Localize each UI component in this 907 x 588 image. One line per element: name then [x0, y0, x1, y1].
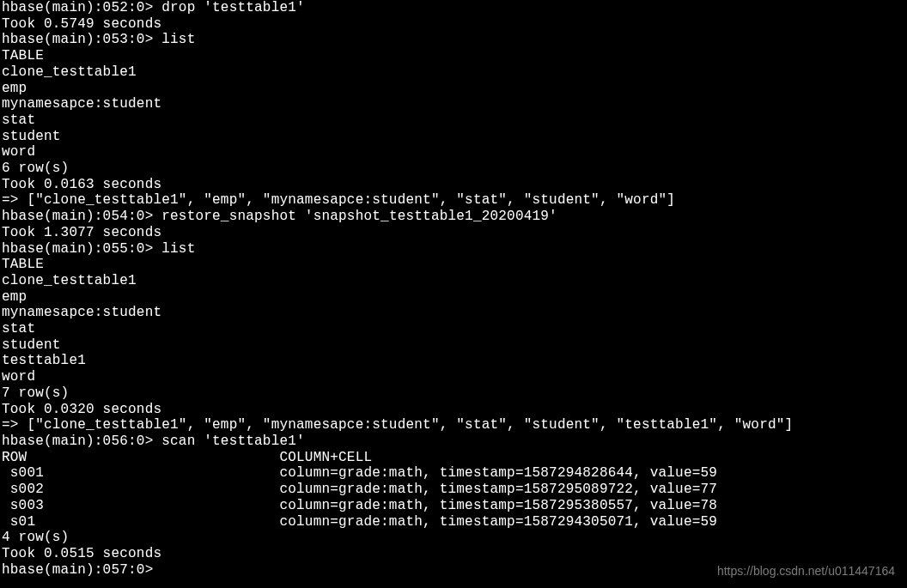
shell-command: list — [153, 32, 195, 47]
shell-output-text: mynamesapce:student — [2, 96, 161, 112]
shell-output-text: word — [2, 369, 35, 385]
output-line: s003 column=grade:math, timestamp=158729… — [2, 498, 905, 514]
output-line: Took 1.3077 seconds — [2, 225, 905, 241]
output-line: emp — [2, 81, 905, 97]
shell-output-text: s001 column=grade:math, timestamp=158729… — [2, 465, 717, 481]
output-line: TABLE — [2, 48, 905, 64]
output-line: testtable1 — [2, 353, 905, 369]
shell-output-text: clone_testtable1 — [2, 273, 137, 288]
shell-output-text: => ["clone_testtable1", "emp", "mynamesa… — [2, 417, 793, 433]
shell-prompt: hbase(main):056:0> — [2, 433, 153, 449]
terminal-output[interactable]: hbase(main):052:0> drop 'testtable1'Took… — [0, 0, 907, 578]
shell-output-text: Took 0.5749 seconds — [2, 16, 161, 32]
output-line: word — [2, 369, 905, 385]
prompt-line: hbase(main):056:0> scan 'testtable1' — [2, 433, 905, 450]
output-line: ROW COLUMN+CELL — [2, 450, 905, 466]
shell-output-text: word — [2, 144, 35, 160]
shell-output-text: Took 0.0515 seconds — [2, 546, 161, 561]
shell-output-text: TABLE — [2, 257, 44, 272]
shell-output-text: 6 row(s) — [2, 161, 69, 176]
shell-prompt: hbase(main):055:0> — [2, 241, 153, 257]
output-line: s01 column=grade:math, timestamp=1587294… — [2, 514, 905, 530]
shell-output-text: s003 column=grade:math, timestamp=158729… — [2, 498, 717, 513]
shell-command: drop 'testtable1' — [153, 0, 304, 15]
output-line: stat — [2, 321, 905, 337]
output-line: s001 column=grade:math, timestamp=158729… — [2, 465, 905, 482]
output-line: => ["clone_testtable1", "emp", "mynamesa… — [2, 417, 905, 433]
shell-prompt: hbase(main):057:0> — [2, 562, 153, 578]
output-line: student — [2, 129, 905, 145]
prompt-line: hbase(main):054:0> restore_snapshot 'sna… — [2, 209, 905, 225]
output-line: Took 0.0515 seconds — [2, 546, 905, 562]
output-line: mynamesapce:student — [2, 305, 905, 321]
output-line: word — [2, 144, 905, 161]
prompt-line: hbase(main):057:0> — [2, 562, 905, 579]
output-line: stat — [2, 112, 905, 129]
shell-output-text: emp — [2, 289, 27, 305]
output-line: Took 0.5749 seconds — [2, 16, 905, 33]
output-line: 4 row(s) — [2, 530, 905, 546]
shell-command: restore_snapshot 'snapshot_testtable1_20… — [153, 209, 557, 224]
shell-output-text: testtable1 — [2, 353, 86, 368]
shell-output-text: Took 1.3077 seconds — [2, 225, 161, 240]
shell-output-text: ROW COLUMN+CELL — [2, 450, 372, 465]
output-line: Took 0.0163 seconds — [2, 177, 905, 193]
shell-output-text: clone_testtable1 — [2, 64, 137, 80]
prompt-line: hbase(main):052:0> drop 'testtable1' — [2, 0, 905, 16]
output-line: => ["clone_testtable1", "emp", "mynamesa… — [2, 192, 905, 209]
shell-output-text: student — [2, 337, 61, 353]
output-line: mynamesapce:student — [2, 96, 905, 112]
shell-output-text: 4 row(s) — [2, 530, 69, 545]
shell-command: scan 'testtable1' — [153, 433, 304, 449]
shell-output-text: stat — [2, 112, 35, 128]
shell-output-text: stat — [2, 321, 35, 336]
shell-output-text: student — [2, 129, 61, 144]
prompt-line: hbase(main):053:0> list — [2, 32, 905, 48]
shell-command: list — [153, 241, 195, 257]
shell-prompt: hbase(main):052:0> — [2, 0, 153, 15]
shell-output-text: => ["clone_testtable1", "emp", "mynamesa… — [2, 192, 675, 208]
prompt-line: hbase(main):055:0> list — [2, 241, 905, 258]
output-line: student — [2, 337, 905, 354]
output-line: 7 row(s) — [2, 385, 905, 402]
shell-output-text: s01 column=grade:math, timestamp=1587294… — [2, 514, 717, 530]
output-line: emp — [2, 289, 905, 306]
output-line: Took 0.0320 seconds — [2, 402, 905, 418]
output-line: 6 row(s) — [2, 161, 905, 177]
shell-output-text: emp — [2, 81, 27, 96]
shell-output-text: 7 row(s) — [2, 385, 69, 401]
output-line: TABLE — [2, 257, 905, 273]
shell-output-text: Took 0.0163 seconds — [2, 177, 161, 192]
shell-output-text: s002 column=grade:math, timestamp=158729… — [2, 482, 717, 497]
shell-output-text: Took 0.0320 seconds — [2, 402, 161, 417]
output-line: clone_testtable1 — [2, 64, 905, 81]
shell-output-text: mynamesapce:student — [2, 305, 161, 320]
output-line: s002 column=grade:math, timestamp=158729… — [2, 482, 905, 498]
shell-output-text: TABLE — [2, 48, 44, 64]
output-line: clone_testtable1 — [2, 273, 905, 289]
shell-prompt: hbase(main):053:0> — [2, 32, 153, 47]
shell-prompt: hbase(main):054:0> — [2, 209, 153, 224]
